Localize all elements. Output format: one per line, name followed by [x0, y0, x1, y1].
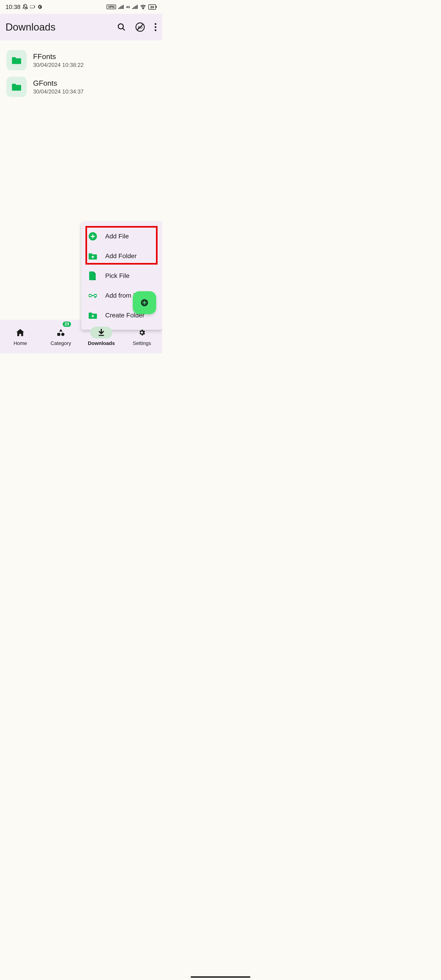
more-button[interactable]	[154, 23, 157, 31]
svg-rect-8	[132, 8, 133, 9]
vpn-badge: VPN	[107, 5, 116, 9]
svg-point-13	[143, 8, 143, 9]
content-area: FFonts 30/04/2024 10:38:22 GFonts 30/04/…	[0, 40, 162, 320]
network-type: 4G	[126, 5, 130, 9]
nav-label: Home	[14, 340, 27, 346]
menu-label: Pick File	[105, 272, 129, 280]
svg-rect-9	[134, 7, 134, 9]
svg-point-19	[154, 23, 156, 25]
battery-small-icon	[30, 5, 35, 8]
svg-point-21	[154, 29, 156, 31]
status-right: VPN 4G 20	[107, 4, 157, 10]
app-bar: Downloads AD	[0, 14, 162, 40]
svg-rect-10	[135, 6, 135, 9]
svg-rect-3	[118, 8, 119, 9]
svg-rect-2	[35, 6, 35, 7]
svg-rect-6	[122, 5, 123, 9]
gear-status-icon	[37, 4, 43, 10]
folder-name: FFonts	[33, 52, 84, 61]
status-bar: 10:38 VPN 4G 20	[0, 0, 162, 14]
signal2-icon	[132, 5, 138, 9]
folder-row[interactable]: GFonts 30/04/2024 10:34:37	[0, 73, 162, 100]
menu-add-file[interactable]: Add File	[81, 226, 162, 246]
home-icon	[16, 329, 24, 336]
page-title: Downloads	[5, 21, 117, 33]
menu-label: Add File	[105, 233, 129, 240]
download-icon	[98, 329, 105, 336]
nav-icon-wrap	[131, 326, 153, 339]
nav-label: Downloads	[88, 340, 115, 346]
nav-downloads[interactable]: Downloads	[81, 320, 122, 353]
add-file-icon	[89, 232, 97, 240]
folder-date: 30/04/2024 10:34:37	[33, 88, 84, 95]
app-actions: AD	[117, 22, 157, 32]
bell-off-icon	[22, 4, 28, 10]
nav-category[interactable]: 23 Category	[41, 320, 81, 353]
link-add-icon	[89, 291, 97, 300]
folder-icon	[12, 56, 21, 64]
bottom-nav: Home 23 Category Downloads Settings	[0, 320, 162, 353]
svg-line-15	[123, 28, 125, 30]
menu-add-folder[interactable]: Add Folder	[81, 246, 162, 266]
category-icon	[57, 329, 65, 336]
battery-indicator: 20	[148, 4, 157, 10]
folder-info: GFonts 30/04/2024 10:34:37	[33, 79, 84, 95]
add-folder-icon	[89, 252, 97, 260]
pick-file-icon	[89, 272, 97, 280]
folder-icon-box	[6, 50, 27, 70]
svg-rect-5	[121, 6, 121, 9]
more-vert-icon	[154, 23, 157, 31]
status-left: 10:38	[5, 3, 43, 11]
create-folder-icon	[89, 311, 97, 320]
nav-icon-wrap	[9, 326, 31, 339]
nav-icon-wrap	[90, 326, 112, 339]
svg-rect-1	[30, 5, 35, 8]
svg-rect-4	[119, 7, 120, 9]
folder-icon-box	[6, 77, 27, 97]
svg-rect-12	[137, 5, 138, 9]
svg-point-14	[118, 24, 123, 29]
svg-rect-24	[57, 333, 60, 336]
svg-point-20	[154, 26, 156, 28]
search-button[interactable]	[117, 23, 126, 32]
fab-add-button[interactable]	[133, 291, 156, 314]
svg-point-25	[61, 333, 64, 336]
folder-name: GFonts	[33, 79, 84, 88]
svg-rect-26	[99, 335, 104, 336]
menu-label: Add Folder	[105, 252, 137, 260]
status-time: 10:38	[5, 3, 21, 11]
signal-icon	[118, 5, 124, 9]
gear-icon	[138, 329, 146, 336]
search-icon	[117, 23, 126, 32]
folder-icon	[12, 83, 21, 91]
wifi-icon	[140, 5, 146, 9]
nav-settings[interactable]: Settings	[122, 320, 162, 353]
nav-badge: 23	[63, 321, 71, 327]
folder-date: 30/04/2024 10:38:22	[33, 62, 84, 68]
plus-circle-icon	[140, 299, 148, 307]
nav-home[interactable]: Home	[0, 320, 41, 353]
nav-icon-wrap	[50, 326, 72, 339]
nav-label: Category	[51, 340, 71, 346]
menu-pick-file[interactable]: Pick File	[81, 266, 162, 286]
folder-info: FFonts 30/04/2024 10:38:22	[33, 52, 84, 68]
svg-rect-11	[136, 5, 137, 9]
no-ads-button[interactable]: AD	[135, 22, 145, 32]
folder-row[interactable]: FFonts 30/04/2024 10:38:22	[0, 47, 162, 73]
svg-rect-7	[123, 5, 124, 9]
no-ads-icon: AD	[135, 22, 145, 32]
nav-label: Settings	[133, 340, 151, 346]
